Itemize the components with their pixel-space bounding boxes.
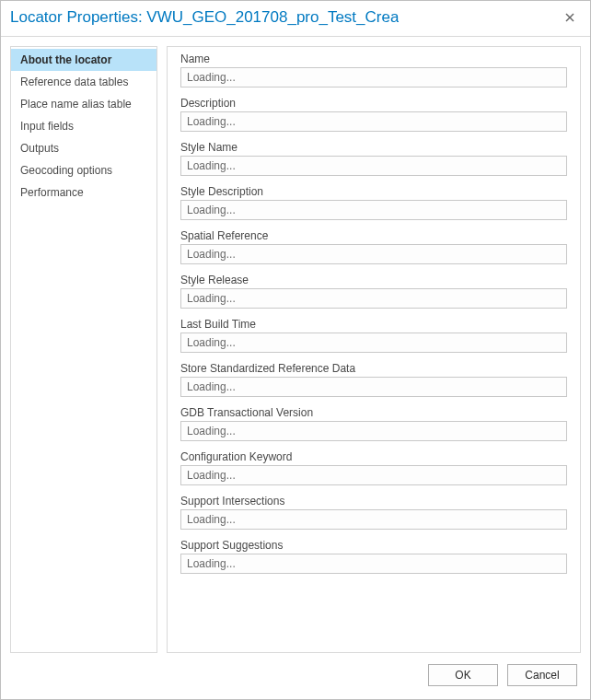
close-icon (565, 13, 574, 22)
dialog-body: About the locatorReference data tablesPl… (1, 37, 590, 653)
sidebar-item-5[interactable]: Geocoding options (11, 159, 156, 181)
sidebar-item-3[interactable]: Input fields (11, 115, 156, 137)
property-label: Spatial Reference (180, 229, 567, 242)
property-value: Loading... (180, 111, 567, 132)
sidebar-item-label: Input fields (20, 120, 74, 133)
property-value: Loading... (180, 509, 567, 530)
property-field: Last Build TimeLoading... (180, 318, 567, 353)
property-value: Loading... (180, 67, 567, 88)
property-value: Loading... (180, 244, 567, 264)
property-field: Support SuggestionsLoading... (180, 539, 567, 574)
dialog-window: Locator Properties: VWU_GEO_201708_pro_T… (0, 0, 591, 700)
property-field: DescriptionLoading... (180, 97, 567, 132)
main-panel: NameLoading...DescriptionLoading...Style… (167, 46, 581, 653)
property-field: Spatial ReferenceLoading... (180, 229, 567, 264)
property-field: Configuration KeywordLoading... (180, 450, 567, 485)
titlebar: Locator Properties: VWU_GEO_201708_pro_T… (1, 1, 590, 37)
sidebar-item-1[interactable]: Reference data tables (11, 71, 156, 93)
property-value: Loading... (180, 200, 567, 220)
sidebar-item-4[interactable]: Outputs (11, 137, 156, 159)
ok-button[interactable]: OK (428, 664, 498, 686)
cancel-button[interactable]: Cancel (507, 664, 577, 686)
sidebar-item-label: Reference data tables (20, 76, 128, 88)
property-value: Loading... (180, 156, 567, 176)
property-value: Loading... (180, 421, 567, 441)
sidebar: About the locatorReference data tablesPl… (10, 46, 157, 653)
property-field: Store Standardized Reference DataLoading… (180, 362, 567, 397)
sidebar-item-label: About the locator (20, 53, 111, 66)
property-label: Store Standardized Reference Data (180, 362, 567, 375)
property-label: Support Suggestions (180, 539, 567, 552)
property-field: NameLoading... (180, 52, 567, 88)
property-label: Support Intersections (180, 495, 567, 508)
dialog-footer: OK Cancel (1, 653, 590, 699)
property-label: Description (180, 97, 567, 110)
sidebar-item-label: Performance (20, 186, 84, 199)
close-button[interactable] (559, 6, 581, 29)
property-label: Name (180, 52, 567, 65)
property-field: GDB Transactional VersionLoading... (180, 406, 567, 441)
property-label: Configuration Keyword (180, 450, 567, 463)
property-label: Last Build Time (180, 318, 567, 331)
property-field: Style ReleaseLoading... (180, 274, 567, 309)
property-value: Loading... (180, 554, 567, 574)
sidebar-item-label: Geocoding options (20, 164, 112, 177)
property-label: Style Description (180, 185, 567, 198)
property-value: Loading... (180, 288, 567, 309)
property-value: Loading... (180, 377, 567, 397)
sidebar-item-6[interactable]: Performance (11, 181, 156, 204)
sidebar-item-label: Outputs (20, 142, 59, 155)
sidebar-item-2[interactable]: Place name alias table (11, 93, 156, 115)
property-value: Loading... (180, 332, 567, 353)
property-label: Style Release (180, 274, 567, 286)
property-field: Style DescriptionLoading... (180, 185, 567, 220)
property-value: Loading... (180, 465, 567, 485)
property-field: Support IntersectionsLoading... (180, 495, 567, 530)
property-label: GDB Transactional Version (180, 406, 567, 419)
dialog-title: Locator Properties: VWU_GEO_201708_pro_T… (10, 8, 399, 27)
sidebar-item-label: Place name alias table (20, 98, 132, 111)
property-label: Style Name (180, 141, 567, 154)
sidebar-item-0[interactable]: About the locator (11, 49, 156, 71)
property-field: Style NameLoading... (180, 141, 567, 176)
